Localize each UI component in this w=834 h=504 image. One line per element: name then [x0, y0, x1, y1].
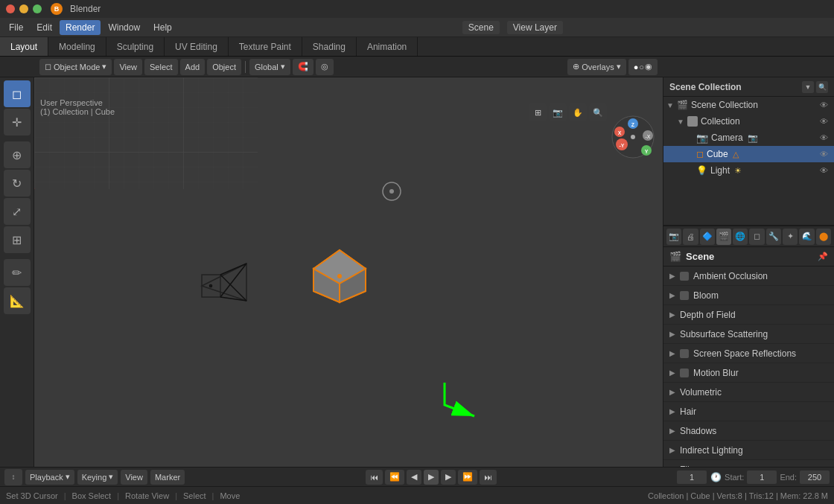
ssr-checkbox[interactable] — [680, 349, 689, 358]
start-frame[interactable]: 1 — [747, 470, 777, 484]
section-shadows[interactable]: ▶ Shadows — [663, 421, 834, 441]
close-window-button[interactable] — [6, 4, 15, 13]
props-view-layer-tab[interactable]: 🔷 — [700, 229, 715, 245]
camera-eye[interactable]: 👁 — [820, 133, 828, 142]
play-btn[interactable]: ▶ — [424, 470, 439, 485]
tab-uv-editing[interactable]: UV Editing — [165, 37, 229, 56]
current-frame[interactable]: 1 — [677, 470, 707, 484]
filter-icon-btn[interactable]: ▼ — [802, 81, 814, 93]
move-tool[interactable]: ⊕ — [4, 141, 31, 168]
section-volumetric[interactable]: ▶ Volumetric — [663, 383, 834, 402]
overlays-button[interactable]: ⊕ Overlays ▾ — [567, 59, 626, 75]
prev-frame-btn[interactable]: ◀ — [407, 470, 421, 485]
section-ambient-occlusion[interactable]: ▶ Ambient Occlusion — [663, 267, 834, 286]
menu-window[interactable]: Window — [102, 20, 146, 35]
rotate-tool[interactable]: ↻ — [4, 170, 31, 197]
outliner-camera[interactable]: ▶ 📷 Camera 📷 👁 — [663, 130, 834, 146]
tab-modeling[interactable]: Modeling — [48, 37, 106, 56]
props-particles-tab[interactable]: ✦ — [783, 229, 798, 245]
select-menu-button[interactable]: Select — [144, 59, 178, 75]
marker-menu[interactable]: Marker — [150, 470, 185, 485]
cursor-tool[interactable]: ✛ — [4, 109, 31, 135]
zoom-btn[interactable]: 🔍 — [589, 103, 607, 121]
svg-text:-Y: -Y — [620, 143, 625, 148]
tab-layout[interactable]: Layout — [0, 37, 48, 56]
render-icon: ◉ — [645, 62, 652, 71]
section-bloom[interactable]: ▶ Bloom — [663, 286, 834, 305]
mb-checkbox[interactable] — [680, 369, 689, 377]
props-render-tab[interactable]: 📷 — [666, 229, 681, 245]
measure-tool[interactable]: 📐 — [4, 287, 31, 314]
jump-end-btn[interactable]: ⏭ — [480, 470, 497, 485]
outliner-cube[interactable]: ▶ ◻ Cube △ 👁 — [663, 146, 834, 162]
tab-sculpting[interactable]: Sculpting — [106, 37, 165, 56]
view-menu-tl[interactable]: View — [121, 470, 147, 485]
scene-pin-icon[interactable]: 📌 — [818, 252, 828, 261]
next-keyframe-btn[interactable]: ⏩ — [458, 470, 477, 485]
ao-checkbox[interactable] — [680, 272, 689, 281]
viewport-nav-gizmo[interactable]: -Y -X Z Y X — [611, 115, 655, 162]
outliner-search-btn[interactable]: 🔍 — [816, 81, 828, 93]
prev-keyframe-btn[interactable]: ⏪ — [385, 470, 404, 485]
section-hair[interactable]: ▶ Hair — [663, 402, 834, 421]
select-box-tool[interactable]: ◻ — [4, 80, 31, 107]
transform-tool[interactable]: ⊞ — [4, 226, 31, 253]
proportional-edit-button[interactable]: ◎ — [316, 59, 334, 75]
annotate-tool[interactable]: ✏ — [4, 259, 31, 286]
object-mode-button[interactable]: ◻ Object Mode ▾ — [39, 59, 112, 75]
minimize-window-button[interactable] — [19, 4, 28, 13]
props-material-tab[interactable]: ⬤ — [816, 229, 831, 245]
outliner-light[interactable]: ▶ 💡 Light ☀ 👁 — [663, 162, 834, 179]
tab-texture-paint[interactable]: Texture Paint — [229, 37, 302, 56]
scene-selector[interactable]: Scene — [462, 21, 500, 34]
section-dof[interactable]: ▶ Depth of Field — [663, 305, 834, 325]
menu-edit[interactable]: Edit — [31, 20, 58, 35]
section-sss[interactable]: ▶ Subsurface Scattering — [663, 325, 834, 344]
props-scene-tab[interactable]: 🎬 — [716, 229, 731, 245]
status-rotate: Rotate View — [125, 491, 169, 500]
add-menu-button[interactable]: Add — [180, 59, 206, 75]
view-menu-button[interactable]: View — [114, 59, 142, 75]
scene-col-eye[interactable]: 👁 — [820, 101, 828, 109]
section-film[interactable]: ▶ Film — [663, 460, 834, 467]
jump-start-btn[interactable]: ⏮ — [366, 470, 383, 485]
playback-menu[interactable]: Playback ▾ — [25, 470, 74, 485]
tab-animation[interactable]: Animation — [357, 37, 418, 56]
menu-render[interactable]: Render — [60, 20, 101, 35]
props-physics-tab[interactable]: 🌊 — [799, 229, 814, 245]
global-label: Global — [255, 63, 278, 71]
menu-help[interactable]: Help — [147, 20, 178, 35]
shading-solid-button[interactable]: ● ○ ◉ — [628, 59, 658, 75]
section-motion-blur[interactable]: ▶ Motion Blur — [663, 363, 834, 383]
view-layer-selector[interactable]: View Layer — [507, 21, 563, 34]
collection-eye[interactable]: 👁 — [820, 117, 828, 126]
keying-menu[interactable]: Keying ▾ — [77, 470, 118, 485]
outliner-collection[interactable]: ▼ Collection 👁 — [663, 113, 834, 130]
cube-eye[interactable]: 👁 — [820, 150, 828, 159]
menu-file[interactable]: File — [3, 20, 29, 35]
ssr-label: Screen Space Reflections — [693, 348, 796, 359]
props-output-tab[interactable]: 🖨 — [683, 229, 698, 245]
pan-btn[interactable]: ✋ — [569, 103, 587, 121]
section-ssr[interactable]: ▶ Screen Space Reflections — [663, 344, 834, 363]
props-modifier-tab[interactable]: 🔧 — [766, 229, 781, 245]
timeline-expand-btn[interactable]: ↕ — [4, 469, 22, 485]
props-object-tab[interactable]: ◻ — [749, 229, 764, 245]
global-transform-button[interactable]: Global ▾ — [249, 59, 290, 75]
viewport[interactable]: -Y -X Z Y X — [34, 77, 663, 467]
snap-button[interactable]: 🧲 — [293, 59, 313, 75]
section-indirect-lighting[interactable]: ▶ Indirect Lighting — [663, 441, 834, 460]
outliner-scene-collection[interactable]: ▼ 🎬 Scene Collection 👁 — [663, 97, 834, 113]
end-frame[interactable]: 250 — [800, 470, 830, 484]
grid-icon-btn[interactable]: ⊞ — [529, 103, 547, 121]
props-world-tab[interactable]: 🌐 — [733, 229, 748, 245]
light-eye[interactable]: 👁 — [820, 166, 828, 175]
tab-shading[interactable]: Shading — [302, 37, 357, 56]
camera-view-btn[interactable]: 📷 — [549, 103, 567, 121]
scale-tool[interactable]: ⤢ — [4, 198, 31, 225]
object-menu-button[interactable]: Object — [207, 59, 241, 75]
bloom-checkbox[interactable] — [680, 291, 689, 300]
next-frame-btn[interactable]: ▶ — [441, 470, 456, 485]
camera-label: Camera — [711, 133, 743, 143]
maximize-window-button[interactable] — [33, 4, 42, 13]
